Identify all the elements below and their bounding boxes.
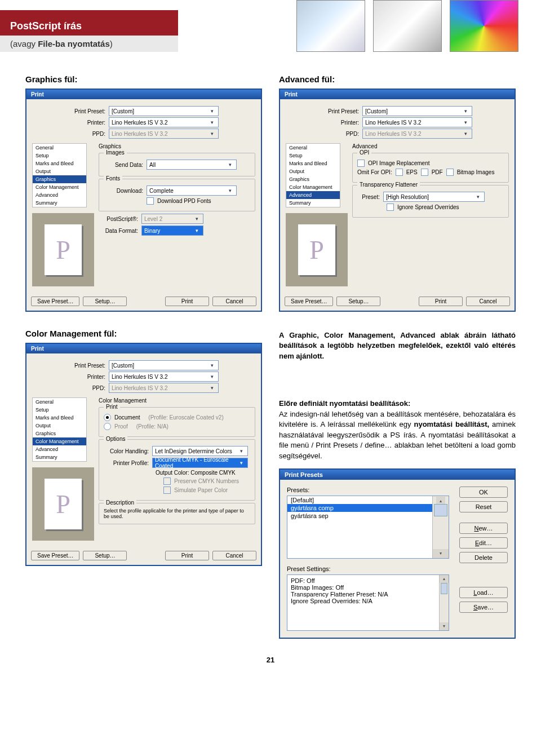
list-item: [Default] [287,496,449,504]
radio-document[interactable] [104,414,111,421]
dialog-title: Print [26,344,261,353]
dialog-print-presets: Print Presets Presets: [Default] gyártás… [279,468,516,639]
preserve-cmyk-checkbox [163,478,171,485]
scroll-down-icon: ▾ [440,622,449,630]
load-button[interactable]: Load… [459,587,508,598]
save-preset-button[interactable]: Save Preset… [31,551,79,560]
chevron-down-icon: ▾ [237,460,245,466]
flattener-preset-select[interactable]: [High Resolution]▾ [383,192,485,202]
chevron-down-icon: ▾ [208,374,216,379]
presets-list[interactable]: [Default] gyártásra comp gyártásra sep ▴… [287,496,449,559]
omit-pdf-checkbox[interactable] [421,169,428,176]
thumb-printer [373,0,442,52]
ok-button[interactable]: OK [459,487,508,498]
thumb-monitor [296,0,365,52]
postscript-select: Level 2▾ [141,214,203,224]
dialog-title: Print Presets [280,470,515,480]
omit-eps-checkbox[interactable] [396,169,403,176]
printer-profile-select[interactable]: Document CMYK - Euroscale Coated▾ [152,458,248,468]
preset-settings-label: Preset Settings: [287,565,449,572]
chevron-down-icon: ▾ [193,228,201,233]
page-preview: P [286,213,348,286]
download-select[interactable]: Complete▾ [147,185,237,196]
dialog-color-mgmt: Print Print Preset:[Custom]▾ Printer:Lin… [25,343,262,566]
header-thumbnails [296,0,518,52]
preset-select[interactable]: [Custom]▾ [109,360,219,370]
list-item: gyártásra comp [287,504,449,512]
preset-select[interactable]: [Custom]▾ [109,106,219,116]
dialog-title: Print [26,90,261,99]
save-preset-button[interactable]: Save Preset… [31,297,79,306]
page-preview: P [32,467,94,541]
paragraph-presets: Előre definiált nyomtatási beállítások: … [279,399,516,461]
thumb-swatches [450,0,518,52]
chevron-down-icon: ▾ [208,385,216,391]
chevron-down-icon: ▾ [462,131,469,136]
dialog-graphics: Print Print Preset:[Custom]▾ Printer:Lin… [25,89,262,312]
chevron-down-icon: ▾ [462,120,469,125]
chevron-down-icon: ▾ [208,108,216,114]
reset-button[interactable]: Reset [459,501,508,512]
paragraph-summary: A Graphic, Color Management, Advanced ab… [279,330,516,361]
setup-button[interactable]: Setup… [83,297,127,306]
scroll-up-icon: ▴ [440,575,449,583]
subtitle: (avagy File-ba nyomtatás) [0,36,178,52]
section-advanced: Advanced fül: [279,74,516,84]
cancel-button[interactable]: Cancel [212,551,256,560]
simulate-paper-checkbox [163,487,171,494]
edit-button[interactable]: Edit… [459,537,508,549]
chevron-down-icon: ▾ [226,162,234,167]
chevron-down-icon: ▾ [208,131,216,136]
page-title: PostScript írás [10,20,168,32]
preset-select[interactable]: [Custom]▾ [362,106,472,116]
chevron-down-icon: ▾ [226,188,234,193]
printer-select[interactable]: Lino Herkules IS V 3.2▾ [362,117,472,127]
cancel-button[interactable]: Cancel [212,297,256,306]
ppd-select: Lino Herkules IS V 3.2▾ [109,129,219,139]
page-preview: P [32,213,94,286]
ignore-overrides-checkbox[interactable] [387,204,394,211]
presets-label: Presets: [287,487,449,493]
print-button[interactable]: Print [165,297,209,306]
list-item: gyártásra sep [287,512,449,520]
chevron-down-icon: ▾ [237,448,245,454]
ppd-select: Lino Herkules IS V 3.2▾ [109,383,219,393]
opi-replace-checkbox[interactable] [357,160,365,167]
category-list[interactable]: GeneralSetupMarks and BleedOutputGraphic… [32,397,87,462]
save-button[interactable]: Save… [459,602,508,613]
radio-proof[interactable] [104,423,111,430]
category-list[interactable]: GeneralSetupMarks and BleedOutputGraphic… [32,143,87,207]
printer-select[interactable]: Lino Herkules IS V 3.2▾ [109,117,219,127]
printer-select[interactable]: Lino Herkules IS V 3.2▾ [109,372,219,382]
new-button[interactable]: New… [459,523,508,534]
dialog-title: Print [280,90,515,99]
print-button[interactable]: Print [419,297,463,306]
scrollbar[interactable]: ▴▾ [439,575,449,630]
scroll-down-icon: ▾ [433,549,449,558]
save-preset-button[interactable]: Save Preset… [285,297,333,306]
section-color-mgmt: Color Management fül: [25,329,262,338]
cancel-button[interactable]: Cancel [466,297,510,306]
data-format-select[interactable]: Binary▾ [141,226,203,236]
page-number: 21 [25,656,516,664]
omit-bitmap-checkbox[interactable] [446,169,454,176]
scroll-thumb [441,583,447,594]
header-red-band: PostScript írás [0,10,178,36]
send-data-select[interactable]: All▾ [147,160,237,170]
chevron-down-icon: ▾ [208,120,216,125]
ppd-select: Lino Herkules IS V 3.2▾ [362,129,472,139]
chevron-down-icon: ▾ [193,216,201,222]
chevron-down-icon: ▾ [208,362,216,368]
preset-settings-box: PDF: Off Bitmap Images: Off Transparency… [287,574,449,631]
category-list[interactable]: GeneralSetupMarks and BleedOutputGraphic… [286,143,340,207]
download-ppd-checkbox[interactable] [147,197,154,205]
print-button[interactable]: Print [165,551,209,560]
setup-button[interactable]: Setup… [336,297,380,306]
delete-button[interactable]: Delete [459,552,508,563]
scrollbar[interactable]: ▴▾ [432,496,449,558]
setup-button[interactable]: Setup… [83,551,127,560]
chevron-down-icon: ▾ [474,194,482,200]
chevron-down-icon: ▾ [462,108,469,114]
scroll-thumb [434,504,447,516]
color-handling-select[interactable]: Let InDesign Determine Colors▾ [152,446,248,456]
